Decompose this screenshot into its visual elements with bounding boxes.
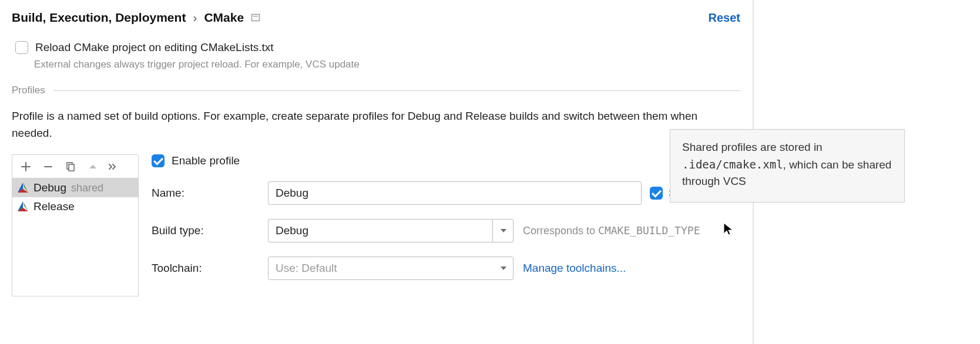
- profiles-description: Profile is a named set of build options.…: [12, 108, 740, 141]
- cmake-icon: [17, 201, 29, 213]
- svg-rect-1: [253, 16, 258, 16]
- breadcrumb-current: CMake: [204, 11, 244, 25]
- build-type-hint: Corresponds to CMAKE_BUILD_TYPE: [523, 224, 700, 237]
- profiles-section-header: Profiles: [12, 85, 740, 96]
- profile-item-release[interactable]: Release: [12, 197, 138, 216]
- expand-settings-icon[interactable]: [251, 13, 260, 22]
- reset-button[interactable]: Reset: [709, 11, 740, 25]
- reload-checkbox-row: Reload CMake project on editing CMakeLis…: [12, 41, 740, 54]
- section-divider: [53, 90, 740, 91]
- profile-item-debug[interactable]: Debug shared: [12, 178, 138, 197]
- profiles-section-title: Profiles: [12, 85, 45, 96]
- name-input[interactable]: [268, 181, 642, 205]
- svg-rect-0: [252, 15, 260, 21]
- add-profile-button[interactable]: [15, 156, 37, 178]
- profile-detail-panel: Enable profile Name: Share ? Build type:…: [152, 154, 740, 296]
- share-checkbox[interactable]: [650, 187, 663, 200]
- more-actions-button[interactable]: [104, 156, 120, 178]
- profile-toolbar: [12, 155, 138, 178]
- manage-toolchains-link[interactable]: Manage toolchains...: [523, 262, 626, 275]
- profile-item-label: Release: [33, 200, 75, 213]
- toolchain-label: Toolchain:: [152, 262, 268, 275]
- build-type-select[interactable]: Debug: [268, 219, 514, 242]
- enable-profile-checkbox[interactable]: [152, 154, 165, 167]
- name-label: Name:: [152, 187, 268, 200]
- build-type-label: Build type:: [152, 224, 268, 237]
- svg-rect-3: [69, 164, 74, 171]
- toolchain-select[interactable]: Use: Default: [268, 257, 514, 280]
- profile-list-panel: Debug shared Release: [12, 154, 139, 296]
- dropdown-arrow-icon[interactable]: [492, 219, 514, 242]
- remove-profile-button[interactable]: [37, 156, 59, 178]
- move-up-button[interactable]: [82, 156, 104, 178]
- cmake-icon: [17, 182, 29, 194]
- copy-profile-button[interactable]: [59, 156, 82, 178]
- reload-checkbox[interactable]: [15, 41, 28, 54]
- enable-profile-label: Enable profile: [172, 154, 240, 167]
- reload-checkbox-label: Reload CMake project on editing CMakeLis…: [35, 41, 274, 54]
- breadcrumb-parent[interactable]: Build, Execution, Deployment: [12, 11, 186, 25]
- dropdown-arrow-icon[interactable]: [499, 257, 508, 280]
- share-tooltip: Shared profiles are stored in .idea/cmak…: [670, 129, 905, 203]
- reload-hint: External changes always trigger project …: [12, 59, 740, 70]
- breadcrumb-separator: ›: [193, 11, 197, 25]
- profile-shared-tag: shared: [71, 182, 103, 194]
- profile-item-label: Debug: [33, 181, 66, 194]
- breadcrumb-row: Build, Execution, Deployment › CMake Res…: [12, 11, 740, 25]
